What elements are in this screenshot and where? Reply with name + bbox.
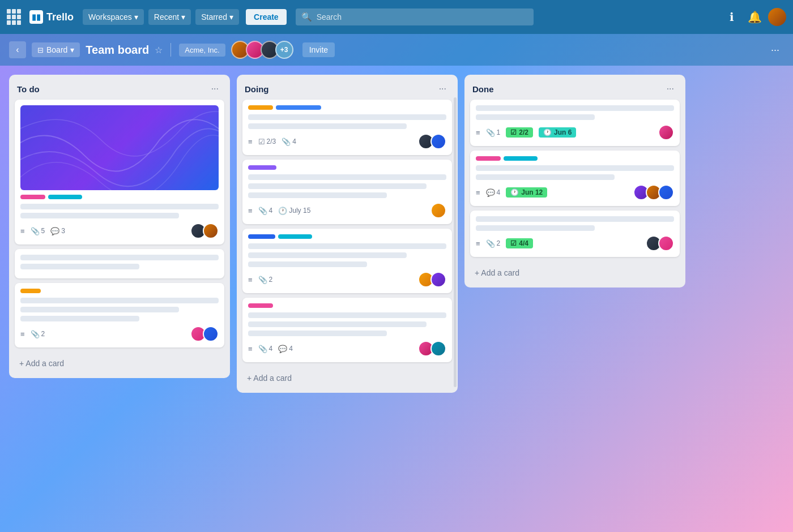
list-icon: ≡ bbox=[248, 276, 253, 284]
attachment-icon: 📎 bbox=[258, 276, 267, 284]
card-6[interactable]: ≡ 📎 2 bbox=[242, 229, 452, 293]
check-icon: ☑ bbox=[510, 128, 517, 136]
card-footer: ≡ 💬 4 🕐 Jun 12 bbox=[476, 185, 674, 200]
list-icon-item: ≡ bbox=[20, 330, 25, 338]
card-cover-image bbox=[20, 105, 219, 190]
card-8[interactable]: ≡ 📎 1 ☑ 2/2 🕐 Jun 6 bbox=[470, 100, 680, 146]
app-logo[interactable]: ▮▮ Trello bbox=[29, 10, 74, 24]
recent-menu[interactable]: Recent ▾ bbox=[148, 9, 191, 25]
add-card-button-doing[interactable]: + Add a card bbox=[242, 369, 452, 387]
board-title: Team board bbox=[86, 44, 149, 57]
card-member-avatar[interactable] bbox=[430, 341, 446, 357]
column-menu-doing[interactable]: ··· bbox=[436, 83, 450, 95]
user-avatar[interactable] bbox=[768, 8, 786, 26]
create-button[interactable]: Create bbox=[246, 9, 287, 25]
label-purple bbox=[248, 165, 276, 170]
list-icon: ≡ bbox=[248, 207, 253, 215]
card-5[interactable]: ≡ 📎 4 🕐 July 15 bbox=[242, 160, 452, 224]
label-pink bbox=[476, 156, 501, 161]
label-magenta bbox=[248, 303, 273, 308]
comment-count: 💬 4 bbox=[278, 345, 293, 353]
column-todo: To do ··· bbox=[9, 75, 230, 378]
label-cyan bbox=[504, 156, 538, 161]
list-icon-item: ≡ bbox=[476, 188, 480, 197]
card-member-avatar[interactable] bbox=[203, 223, 219, 239]
card-footer: ≡ 📎 2 bbox=[20, 326, 219, 342]
list-icon: ≡ bbox=[248, 138, 253, 146]
grid-icon[interactable] bbox=[7, 9, 23, 25]
card-meta: ≡ 📎 5 💬 3 bbox=[20, 227, 187, 235]
card-member-avatar[interactable] bbox=[658, 235, 674, 251]
workspace-name[interactable]: Acme, Inc. bbox=[179, 44, 225, 57]
card-labels bbox=[248, 105, 446, 110]
attachment-count: 📎 2 bbox=[31, 330, 45, 338]
card-9[interactable]: ≡ 💬 4 🕐 Jun 12 bbox=[470, 151, 680, 206]
card-meta: ≡ 📎 2 bbox=[20, 330, 187, 338]
card-text-line bbox=[20, 204, 219, 209]
clock-icon: 🕐 bbox=[510, 188, 519, 196]
add-card-button-todo[interactable]: + Add a card bbox=[15, 354, 224, 372]
nav-right-actions: ℹ 🔔 bbox=[723, 8, 786, 26]
checklist-icon: ☑ bbox=[258, 138, 265, 146]
card-4[interactable]: ≡ ☑ 2/3 📎 4 bbox=[242, 100, 452, 155]
card-avatars bbox=[418, 272, 446, 288]
card-labels bbox=[20, 195, 219, 199]
card-text-line bbox=[248, 114, 446, 120]
card-text-line bbox=[20, 298, 219, 303]
invite-button[interactable]: Invite bbox=[302, 42, 335, 57]
workspaces-menu[interactable]: Workspaces ▾ bbox=[83, 9, 144, 25]
attachment-icon: 📎 bbox=[31, 227, 40, 235]
card-member-avatar[interactable] bbox=[658, 185, 674, 200]
card-meta: ≡ 📎 1 ☑ 2/2 🕐 Jun 6 bbox=[476, 127, 655, 138]
list-icon-item: ≡ bbox=[248, 276, 253, 284]
card-text-line bbox=[20, 264, 139, 269]
card-7[interactable]: ≡ 📎 4 💬 4 bbox=[242, 298, 452, 362]
search-bar[interactable]: 🔍 bbox=[296, 8, 534, 25]
card-text-line bbox=[20, 213, 179, 218]
attachment-count: 📎 2 bbox=[258, 276, 273, 284]
card-avatars bbox=[633, 185, 674, 200]
sidebar-toggle[interactable]: ‹ bbox=[9, 41, 26, 58]
check-icon: ☑ bbox=[510, 239, 517, 247]
card-footer: ≡ 📎 2 bbox=[248, 272, 446, 288]
add-card-button-done[interactable]: + Add a card bbox=[470, 264, 680, 282]
more-options-button[interactable]: ··· bbox=[766, 42, 784, 58]
navbar: ▮▮ Trello Workspaces ▾ Recent ▾ Starred … bbox=[0, 0, 793, 34]
extra-members-count[interactable]: +3 bbox=[275, 41, 293, 59]
divider bbox=[170, 43, 171, 57]
board-view-button[interactable]: ⊟ Board ▾ bbox=[32, 42, 80, 57]
info-button[interactable]: ℹ bbox=[723, 8, 741, 26]
card-avatars bbox=[418, 341, 446, 357]
card-member-avatar[interactable] bbox=[658, 125, 674, 140]
card-member-avatar[interactable] bbox=[430, 203, 446, 218]
card-10[interactable]: ≡ 📎 2 ☑ 4/4 bbox=[470, 211, 680, 257]
search-input[interactable] bbox=[317, 12, 528, 22]
card-member-avatar[interactable] bbox=[430, 134, 446, 149]
card-member-avatar[interactable] bbox=[430, 272, 446, 288]
card-2[interactable] bbox=[15, 249, 224, 278]
attachment-count: 📎 1 bbox=[486, 128, 501, 137]
card-labels bbox=[248, 234, 446, 239]
card-labels bbox=[248, 165, 446, 170]
card-text-line bbox=[476, 105, 674, 111]
list-icon: ≡ bbox=[476, 188, 480, 197]
card-footer: ≡ 📎 1 ☑ 2/2 🕐 Jun 6 bbox=[476, 125, 674, 140]
card-meta: ≡ 💬 4 🕐 Jun 12 bbox=[476, 187, 630, 198]
starred-menu[interactable]: Starred ▾ bbox=[195, 9, 239, 25]
card-3[interactable]: ≡ 📎 2 bbox=[15, 283, 224, 347]
date-badge: 🕐 Jun 12 bbox=[506, 187, 547, 198]
card-1[interactable]: ≡ 📎 5 💬 3 bbox=[15, 100, 224, 244]
card-text-line bbox=[248, 123, 407, 129]
column-menu-done[interactable]: ··· bbox=[663, 83, 677, 95]
column-menu-todo[interactable]: ··· bbox=[208, 83, 222, 95]
star-button[interactable]: ☆ bbox=[155, 45, 163, 55]
board-icon: ⊟ bbox=[37, 46, 44, 54]
notification-button[interactable]: 🔔 bbox=[745, 8, 764, 26]
scrollbar[interactable] bbox=[454, 97, 457, 387]
label-pink bbox=[20, 195, 45, 199]
card-text-line bbox=[248, 192, 387, 198]
card-member-avatar[interactable] bbox=[203, 326, 219, 342]
list-icon-item: ≡ bbox=[248, 207, 253, 215]
comment-icon: 💬 bbox=[278, 345, 287, 353]
column-title-doing: Doing bbox=[245, 84, 269, 94]
